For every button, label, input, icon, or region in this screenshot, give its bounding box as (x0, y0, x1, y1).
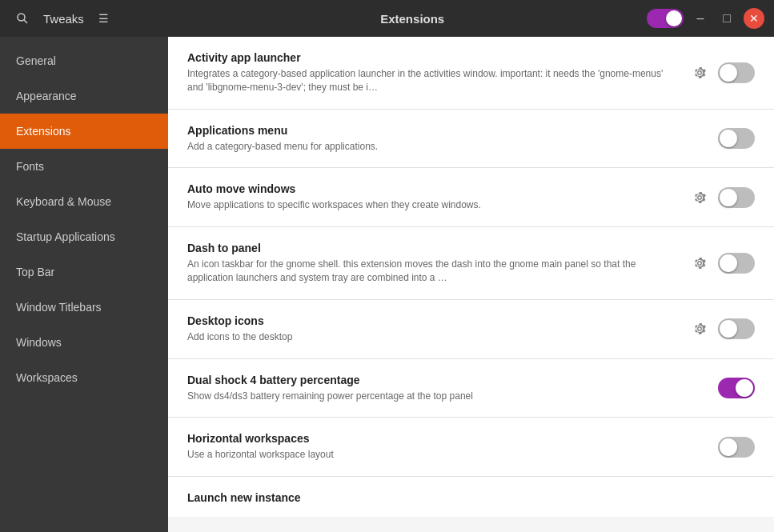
extension-controls-dash-to-panel (689, 253, 755, 274)
extension-item-applications-menu: Applications menuAdd a category-based me… (168, 110, 774, 169)
extension-controls-activity-app-launcher (689, 62, 755, 83)
extension-name-horizontal-workspaces: Horizontal workspaces (187, 432, 708, 445)
main-layout: GeneralAppearanceExtensionsFontsKeyboard… (0, 37, 774, 532)
extension-name-applications-menu: Applications menu (187, 124, 708, 137)
sidebar-item-top-bar[interactable]: Top Bar (0, 254, 168, 290)
extension-desc-dash-to-panel: An icon taskbar for the gnome shell. thi… (187, 258, 680, 285)
extension-controls-dual-shock-4 (718, 378, 755, 398)
sidebar-item-general[interactable]: General (0, 43, 168, 78)
titlebar-left: Tweaks ☰ (10, 9, 178, 28)
extension-desc-applications-menu: Add a category-based menu for applicatio… (187, 140, 708, 154)
sidebar-item-workspaces[interactable]: Workspaces (0, 360, 168, 395)
extension-desc-activity-app-launcher: Integrates a category-based application … (187, 67, 680, 94)
sidebar-item-windows[interactable]: Windows (0, 325, 168, 360)
extension-name-dual-shock-4: Dual shock 4 battery percentage (187, 374, 708, 386)
gear-icon-activity-app-launcher[interactable] (689, 62, 710, 83)
extension-item-desktop-icons: Desktop iconsAdd icons to the desktop (168, 300, 774, 359)
extension-info-dash-to-panel: Dash to panelAn icon taskbar for the gno… (187, 242, 680, 285)
extension-item-launch-new-instance: Launch new instance (168, 477, 774, 517)
extension-info-desktop-icons: Desktop iconsAdd icons to the desktop (187, 314, 680, 344)
minimize-button[interactable]: – (690, 8, 710, 29)
extension-item-activity-app-launcher: Activity app launcherIntegrates a catego… (168, 37, 774, 110)
extension-info-launch-new-instance: Launch new instance (187, 491, 745, 507)
extension-controls-auto-move-windows (689, 187, 755, 208)
extension-item-dash-to-panel: Dash to panelAn icon taskbar for the gno… (168, 227, 774, 300)
close-button[interactable]: ✕ (744, 8, 764, 29)
extension-name-launch-new-instance: Launch new instance (187, 491, 745, 504)
gear-icon-auto-move-windows[interactable] (689, 187, 710, 208)
extension-controls-desktop-icons (689, 318, 755, 339)
extension-info-activity-app-launcher: Activity app launcherIntegrates a catego… (187, 51, 680, 94)
extension-item-horizontal-workspaces: Horizontal workspacesUse a horizontal wo… (168, 418, 774, 477)
gear-icon-desktop-icons[interactable] (689, 318, 710, 339)
extension-controls-applications-menu (718, 128, 755, 149)
extension-name-dash-to-panel: Dash to panel (187, 242, 680, 254)
menu-button[interactable]: ☰ (92, 9, 115, 28)
toggle-desktop-icons[interactable] (718, 318, 755, 339)
gear-icon-dash-to-panel[interactable] (689, 253, 710, 274)
extension-item-auto-move-windows: Auto move windowsMove applications to sp… (168, 168, 774, 227)
sidebar-item-startup-applications[interactable]: Startup Applications (0, 219, 168, 254)
extension-info-auto-move-windows: Auto move windowsMove applications to sp… (187, 182, 680, 212)
maximize-button[interactable]: □ (716, 8, 737, 29)
sidebar-item-window-titlebars[interactable]: Window Titlebars (0, 290, 168, 325)
search-button[interactable] (10, 9, 35, 28)
toggle-activity-app-launcher[interactable] (718, 62, 755, 83)
titlebar-controls: – □ ✕ (647, 8, 764, 29)
sidebar-item-keyboard-mouse[interactable]: Keyboard & Mouse (0, 184, 168, 219)
extension-desc-dual-shock-4: Show ds4/ds3 battery remaining power per… (187, 390, 708, 403)
extension-info-dual-shock-4: Dual shock 4 battery percentageShow ds4/… (187, 374, 708, 403)
toggle-horizontal-workspaces[interactable] (718, 437, 755, 458)
toggle-dual-shock-4[interactable] (718, 378, 755, 398)
sidebar-item-fonts[interactable]: Fonts (0, 149, 168, 184)
toggle-dash-to-panel[interactable] (718, 253, 755, 274)
extension-info-horizontal-workspaces: Horizontal workspacesUse a horizontal wo… (187, 432, 708, 462)
sidebar: GeneralAppearanceExtensionsFontsKeyboard… (0, 37, 168, 532)
extension-name-desktop-icons: Desktop icons (187, 314, 680, 327)
extension-name-activity-app-launcher: Activity app launcher (187, 51, 680, 64)
extension-item-dual-shock-4: Dual shock 4 battery percentageShow ds4/… (168, 359, 774, 418)
svg-line-1 (24, 20, 27, 23)
app-title: Tweaks (43, 12, 84, 26)
extension-desc-horizontal-workspaces: Use a horizontal workspace layout (187, 448, 708, 462)
sidebar-item-appearance[interactable]: Appearance (0, 78, 168, 114)
extension-desc-desktop-icons: Add icons to the desktop (187, 330, 680, 344)
svg-point-0 (18, 14, 25, 21)
titlebar: Tweaks ☰ Extensions – □ ✕ (0, 0, 774, 37)
section-title: Extensions (178, 12, 647, 26)
toggle-applications-menu[interactable] (718, 128, 755, 149)
extension-info-applications-menu: Applications menuAdd a category-based me… (187, 124, 708, 154)
extension-name-auto-move-windows: Auto move windows (187, 182, 680, 195)
extension-controls-horizontal-workspaces (718, 437, 755, 458)
extension-desc-auto-move-windows: Move applications to specific workspaces… (187, 198, 680, 212)
extensions-list: Activity app launcherIntegrates a catego… (168, 37, 774, 532)
sidebar-item-extensions[interactable]: Extensions (0, 114, 168, 149)
toggle-auto-move-windows[interactable] (718, 187, 755, 208)
global-extensions-toggle[interactable] (647, 9, 684, 28)
